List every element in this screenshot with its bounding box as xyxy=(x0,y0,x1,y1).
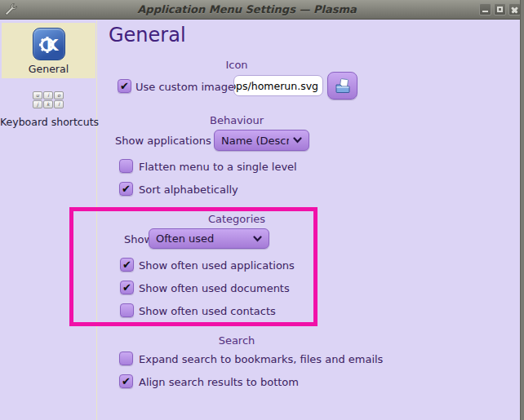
show-often-used-applications-checkbox[interactable]: ✔ xyxy=(120,258,134,272)
use-custom-image-label[interactable]: Use custom image: xyxy=(135,81,238,93)
show-applications-as-dropdown[interactable]: Name (Descript... xyxy=(214,130,309,151)
show-often-used-documents-checkbox[interactable]: ✔ xyxy=(120,281,134,294)
icon-path-input[interactable]: :/apps/homerun.svg xyxy=(233,75,323,96)
window-frame-right xyxy=(520,0,524,420)
section-header-icon: Icon xyxy=(98,59,375,71)
chevron-down-icon xyxy=(253,236,262,242)
section-header-behaviour: Behaviour xyxy=(98,114,375,126)
checkmark-icon: ✔ xyxy=(122,259,131,270)
page-title: General xyxy=(109,24,186,46)
show-often-used-documents-label[interactable]: Show often used documents xyxy=(139,282,290,294)
checkmark-icon: ✔ xyxy=(122,376,131,387)
sidebar: K General u i o j k l Keyboard shortcuts xyxy=(0,20,97,420)
key-cap: o xyxy=(54,91,64,99)
key-cap: j xyxy=(33,100,42,108)
sort-alphabetically-label[interactable]: Sort alphabetically xyxy=(139,183,238,196)
icon-path-value: :/apps/homerun.svg xyxy=(233,80,318,92)
close-button[interactable] xyxy=(508,3,521,15)
key-cap: k xyxy=(43,100,53,108)
sidebar-item-label: Keyboard shortcuts xyxy=(0,116,96,128)
sidebar-item-label: General xyxy=(2,63,95,75)
keyboard-icon: u i o j k l xyxy=(31,90,65,110)
expand-search-label[interactable]: Expand search to bookmarks, files and em… xyxy=(139,353,383,365)
checkmark-icon: ✔ xyxy=(120,81,129,91)
flatten-menu-checkbox[interactable] xyxy=(119,159,133,173)
show-often-used-applications-label[interactable]: Show often used applications xyxy=(139,259,295,272)
chevron-down-icon xyxy=(293,137,302,144)
checkmark-icon: ✔ xyxy=(122,183,131,194)
align-search-results-checkbox[interactable]: ✔ xyxy=(119,374,133,388)
window-title: Application Menu Settings — Plasma xyxy=(17,3,477,15)
kde-logo-icon: K xyxy=(33,28,65,60)
use-custom-image-checkbox[interactable]: ✔ xyxy=(118,79,131,93)
section-header-search: Search xyxy=(98,334,375,347)
categories-show-dropdown[interactable]: Often used xyxy=(149,228,269,249)
document-open-icon xyxy=(335,78,351,93)
sidebar-item-keyboard-shortcuts[interactable]: u i o j k l Keyboard shortcuts xyxy=(0,84,96,128)
sidebar-item-general[interactable]: K General xyxy=(2,23,95,78)
show-applications-as-label: Show applications as: xyxy=(115,135,230,147)
wrench-icon xyxy=(3,2,17,16)
sort-alphabetically-checkbox[interactable]: ✔ xyxy=(119,182,133,196)
align-search-results-label[interactable]: Align search results to bottom xyxy=(139,376,299,388)
dropdown-selected-value: Often used xyxy=(156,232,249,245)
expand-search-checkbox[interactable] xyxy=(119,351,133,365)
titlebar: Application Menu Settings — Plasma xyxy=(0,0,524,20)
key-cap: i xyxy=(43,91,53,99)
dropdown-selected-value: Name (Descript... xyxy=(221,135,289,147)
key-cap: u xyxy=(33,91,42,99)
application-menu-settings-window: Application Menu Settings — Plasma K xyxy=(0,0,524,420)
section-header-categories: Categories xyxy=(98,213,375,225)
checkmark-icon: ✔ xyxy=(122,282,131,293)
flatten-menu-label[interactable]: Flatten menu to a single level xyxy=(139,161,297,173)
minimize-button[interactable] xyxy=(479,3,491,15)
show-often-used-contacts-label[interactable]: Show often used contacts xyxy=(139,305,276,317)
svg-text:K: K xyxy=(46,36,59,54)
key-cap: l xyxy=(54,100,64,108)
browse-icon-button[interactable] xyxy=(327,72,357,99)
show-often-used-contacts-checkbox[interactable] xyxy=(120,303,134,317)
maximize-button[interactable] xyxy=(494,3,506,15)
